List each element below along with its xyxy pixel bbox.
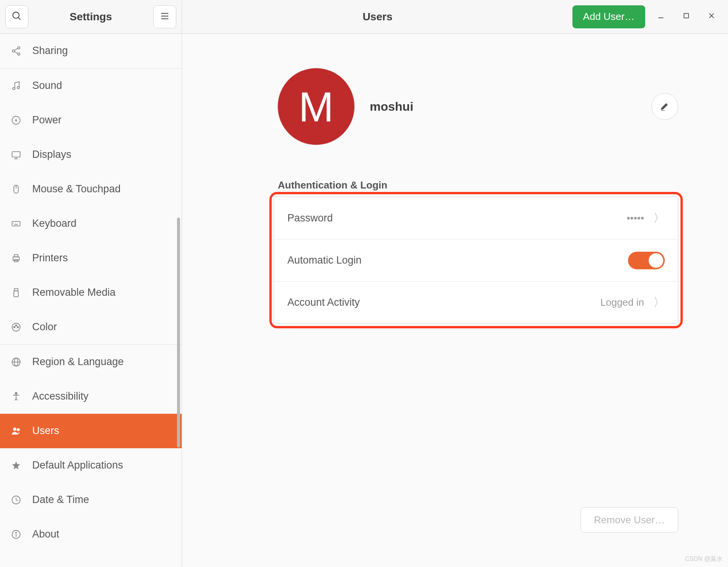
search-button[interactable] (5, 5, 28, 28)
window-minimize-button[interactable] (651, 7, 671, 26)
sidebar-item-removable-media[interactable]: Removable Media (0, 275, 182, 310)
sidebar-item-label: Accessibility (32, 390, 89, 402)
svg-point-41 (17, 428, 20, 431)
svg-rect-17 (12, 151, 20, 157)
sidebar-item-label: Region & Language (32, 356, 124, 368)
sidebar-item-label: Users (32, 425, 59, 437)
titlebar: Settings Users Add User… (0, 0, 728, 34)
svg-point-35 (14, 326, 15, 328)
titlebar-left: Settings (0, 0, 182, 33)
sidebar-item-about[interactable]: About (0, 517, 182, 552)
svg-point-33 (15, 324, 17, 326)
sidebar-item-label: Keyboard (32, 218, 77, 229)
globe-icon (10, 356, 22, 368)
svg-point-40 (13, 428, 16, 430)
svg-point-14 (13, 87, 15, 90)
sidebar-item-label: Color (32, 321, 57, 333)
password-row[interactable]: Password ••••• 〉 (274, 197, 678, 239)
sidebar-item-region-language[interactable]: Region & Language (0, 345, 182, 379)
avatar[interactable]: M (278, 68, 354, 145)
svg-rect-6 (684, 13, 689, 18)
account-activity-row[interactable]: Account Activity Logged in 〉 (274, 281, 678, 323)
svg-point-34 (17, 326, 19, 328)
sidebar-scrollbar[interactable] (177, 218, 180, 447)
automatic-login-label: Automatic Login (287, 254, 628, 266)
sidebar-item-date-time[interactable]: Date & Time (0, 483, 182, 517)
pencil-icon (659, 101, 670, 113)
sidebar-scroll[interactable]: Sharing Sound Power Displays Mo (0, 34, 182, 567)
sidebar-item-label: About (32, 528, 59, 540)
password-value: ••••• (626, 212, 644, 224)
sidebar-item-color[interactable]: Color (0, 310, 182, 344)
share-icon (10, 45, 22, 57)
sidebar-item-sharing[interactable]: Sharing (0, 34, 182, 68)
window-maximize-button[interactable] (677, 7, 696, 26)
titlebar-right: Users Add User… (182, 0, 728, 33)
search-icon (11, 11, 22, 23)
users-icon (10, 425, 22, 437)
sidebar-item-mouse-touchpad[interactable]: Mouse & Touchpad (0, 172, 182, 206)
window-close-button[interactable] (702, 7, 721, 26)
main-content: M moshui Authentication & Login Password… (182, 34, 728, 567)
remove-user-button[interactable]: Remove User… (580, 507, 678, 533)
settings-title: Settings (34, 11, 148, 23)
minimize-icon (657, 11, 665, 22)
svg-line-1 (18, 18, 21, 20)
edit-user-button[interactable] (651, 93, 678, 120)
sidebar-item-label: Sound (32, 80, 62, 92)
printer-icon (10, 252, 22, 264)
sidebar-item-keyboard[interactable]: Keyboard (0, 206, 182, 241)
close-icon (708, 12, 715, 22)
auth-box-wrap: Password ••••• 〉 Automatic Login Account… (274, 197, 678, 324)
sidebar-item-label: Power (32, 114, 62, 126)
sidebar-item-label: Removable Media (32, 287, 116, 298)
sidebar-item-printers[interactable]: Printers (0, 241, 182, 275)
sidebar-item-label: Displays (32, 149, 71, 161)
star-icon (10, 459, 22, 472)
watermark: CSDN @莫水 (685, 555, 723, 563)
svg-rect-28 (14, 254, 18, 257)
auth-section-title: Authentication & Login (278, 179, 682, 191)
automatic-login-toggle[interactable] (628, 252, 665, 269)
svg-rect-22 (12, 221, 20, 226)
svg-point-0 (13, 12, 19, 18)
account-activity-value: Logged in (600, 297, 644, 308)
sidebar-item-users[interactable]: Users (0, 414, 182, 448)
chevron-right-icon: 〉 (653, 210, 665, 226)
svg-rect-31 (14, 291, 18, 297)
settings-window: Settings Users Add User… (0, 0, 728, 567)
svg-point-47 (16, 532, 16, 533)
sidebar-item-label: Sharing (32, 45, 68, 57)
mouse-icon (10, 183, 22, 195)
info-icon (10, 528, 22, 541)
keyboard-icon (10, 218, 22, 230)
sidebar-item-power[interactable]: Power (0, 103, 182, 138)
auth-box: Password ••••• 〉 Automatic Login Account… (274, 197, 678, 324)
account-activity-label: Account Activity (287, 297, 600, 308)
svg-point-39 (15, 392, 17, 394)
body: Sharing Sound Power Displays Mo (0, 34, 728, 567)
sidebar-item-accessibility[interactable]: Accessibility (0, 379, 182, 414)
hamburger-icon (159, 11, 170, 23)
svg-line-12 (14, 48, 18, 51)
clock-icon (10, 494, 22, 506)
sidebar-item-displays[interactable]: Displays (0, 138, 182, 172)
maximize-icon (682, 12, 690, 22)
sidebar-item-label: Default Applications (32, 459, 123, 471)
sidebar-item-label: Printers (32, 252, 68, 264)
sidebar-item-label: Mouse & Touchpad (32, 183, 121, 195)
sidebar-item-sound[interactable]: Sound (0, 69, 182, 103)
sidebar: Sharing Sound Power Displays Mo (0, 34, 182, 567)
displays-icon (10, 149, 22, 161)
page-title: Users (189, 11, 566, 23)
svg-point-15 (17, 86, 20, 88)
hamburger-button[interactable] (153, 5, 176, 28)
sidebar-item-label: Date & Time (32, 494, 89, 506)
automatic-login-row: Automatic Login (274, 239, 678, 281)
add-user-button[interactable]: Add User… (572, 5, 645, 28)
usb-icon (10, 287, 22, 299)
chevron-right-icon: 〉 (653, 295, 665, 310)
color-icon (10, 321, 22, 333)
user-header: M moshui (278, 68, 682, 145)
sidebar-item-default-applications[interactable]: Default Applications (0, 448, 182, 483)
